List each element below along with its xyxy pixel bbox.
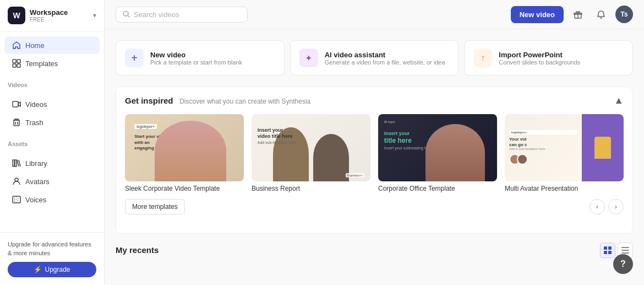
topbar: Search videos New video Ts	[105, 0, 644, 29]
search-icon	[123, 10, 130, 18]
template-thumb-multi: logolepur+ Your vidcan go c Add a sub-he…	[505, 114, 624, 181]
inspired-title-group: Get inspired Discover what you can creat…	[125, 96, 310, 105]
avatars-icon	[12, 177, 21, 186]
sidebar-item-videos[interactable]: Videos	[4, 95, 100, 113]
template-name-multi: Multi Avatar Presentation	[505, 185, 624, 192]
thumb-inner-1: logolepur+ Start your videowith anengagi…	[125, 114, 244, 181]
sidebar-bottom: Upgrade for advanced features & more min…	[0, 232, 104, 285]
grid-icon	[604, 246, 612, 254]
gift-icon-button[interactable]	[569, 6, 587, 23]
search-box[interactable]: Search videos	[116, 7, 248, 23]
qa-new-video-text: New video Pick a template or start from …	[150, 51, 242, 66]
notification-icon-button[interactable]	[592, 6, 610, 23]
upgrade-button[interactable]: ⚡ Upgrade	[8, 262, 96, 277]
svg-rect-19	[621, 252, 629, 254]
lightning-icon: ⚡	[34, 266, 42, 273]
collapse-button[interactable]: ▲	[614, 95, 624, 106]
svg-rect-4	[13, 101, 18, 107]
template-card-sleek[interactable]: logolepur+ Start your videowith anengagi…	[125, 114, 244, 192]
thumb-inner-2: Insert yourvideo title hereAdd sub-headl…	[252, 114, 370, 181]
t2-person2	[313, 134, 349, 181]
template-name-business: Business Report	[252, 185, 370, 192]
video-icon	[12, 100, 21, 109]
t4-logo: logolepur+	[509, 130, 577, 135]
qa-import-subtitle: Convert slides to backgrounds	[499, 59, 580, 66]
template-card-multi[interactable]: logolepur+ Your vidcan go c Add a sub-he…	[505, 114, 624, 192]
sidebar-voices-label: Voices	[25, 196, 46, 204]
svg-rect-6	[13, 160, 14, 166]
sidebar-avatars-label: Avatars	[25, 178, 50, 186]
inspired-title: Get inspired	[125, 96, 173, 105]
t4-sub: Add a sub-headline here	[509, 147, 577, 150]
help-button[interactable]: ?	[613, 254, 633, 274]
bell-icon	[597, 10, 605, 19]
t4-title: Your vidcan go c	[509, 137, 577, 147]
svg-rect-2	[13, 64, 16, 67]
svg-point-8	[15, 178, 18, 181]
more-templates-button[interactable]: More templates	[125, 199, 185, 214]
t4-left: logolepur+ Your vidcan go c Add a sub-he…	[505, 114, 582, 181]
sidebar-nav: Home Templates	[0, 31, 104, 77]
sidebar-item-library[interactable]: Library	[4, 154, 100, 172]
workspace-header[interactable]: W Workspace FREE ▾	[0, 0, 104, 31]
template-thumb-business: Insert yourvideo title hereAdd sub-headl…	[252, 114, 370, 181]
library-icon	[12, 159, 21, 168]
svg-rect-17	[621, 247, 629, 248]
prev-arrow-button[interactable]: ‹	[590, 199, 605, 214]
assets-section-label: Assets	[0, 136, 104, 149]
t2-people	[252, 114, 370, 181]
assets-nav: Library Avatars Voices	[0, 149, 104, 213]
user-avatar[interactable]: Ts	[615, 6, 633, 23]
workspace-plan: FREE	[30, 17, 89, 23]
quick-action-new-video[interactable]: + New video Pick a template or start fro…	[116, 40, 285, 76]
svg-rect-3	[17, 64, 20, 67]
sidebar-home-label: Home	[25, 41, 45, 50]
template-card-corporate[interactable]: ⊞ logor Insert yourtitle hereInsert your…	[378, 114, 497, 192]
workspace-chevron-icon: ▾	[93, 12, 96, 19]
qa-ai-subtitle: Generate a video from a file, website, o…	[325, 59, 445, 66]
grid-view-button[interactable]	[600, 243, 615, 258]
quick-action-import-ppt[interactable]: ↑ Import PowerPoint Convert slides to ba…	[464, 40, 633, 76]
recents-header: My recents	[116, 243, 633, 258]
template-name-sleek: Sleek Corporate Video Template	[125, 185, 244, 192]
home-icon	[12, 41, 21, 50]
qa-import-text: Import PowerPoint Convert slides to back…	[499, 51, 580, 66]
qa-new-video-title: New video	[150, 51, 242, 59]
import-ppt-qa-icon: ↑	[473, 49, 492, 67]
sidebar-item-avatars[interactable]: Avatars	[4, 173, 100, 190]
quick-action-ai-assistant[interactable]: ✦ AI video assistant Generate a video fr…	[290, 40, 459, 76]
qa-new-video-subtitle: Pick a template or start from blank	[150, 59, 242, 66]
sidebar-trash-label: Trash	[25, 119, 43, 127]
sidebar-item-voices[interactable]: Voices	[4, 191, 100, 208]
t4-av2	[517, 154, 528, 165]
thumb-inner-3: ⊞ logor Insert yourtitle hereInsert your…	[378, 114, 497, 181]
svg-rect-7	[15, 160, 17, 166]
main-content: Search videos New video Ts + New video P…	[105, 0, 644, 285]
empty-illustration	[350, 282, 399, 286]
videos-nav: Videos Trash	[0, 90, 104, 136]
sidebar-item-templates[interactable]: Templates	[4, 55, 100, 72]
layout-icon	[12, 59, 21, 68]
voices-icon	[12, 195, 21, 204]
next-arrow-button[interactable]: ›	[608, 199, 624, 214]
inspired-subtitle: Discover what you can create with Synthe…	[179, 98, 310, 105]
svg-rect-13	[604, 246, 607, 250]
t3-text: Insert yourtitle hereInsert your subhead…	[384, 131, 432, 150]
template-card-business[interactable]: Insert yourvideo title hereAdd sub-headl…	[252, 114, 370, 192]
new-video-button[interactable]: New video	[511, 6, 564, 23]
qa-import-title: Import PowerPoint	[499, 51, 580, 59]
gift-icon	[574, 10, 582, 19]
t3-person	[425, 124, 485, 181]
template-thumb-corporate: ⊞ logor Insert yourtitle hereInsert your…	[378, 114, 497, 181]
svg-rect-18	[621, 250, 629, 251]
new-video-qa-icon: +	[125, 49, 144, 67]
svg-rect-16	[608, 251, 612, 254]
t1-logo: logolepur+	[134, 124, 157, 129]
sidebar-item-trash[interactable]: Trash	[4, 114, 100, 131]
svg-rect-1	[17, 60, 20, 63]
t4-badge	[594, 137, 611, 159]
t1-person	[155, 121, 226, 181]
sidebar-videos-label: Videos	[25, 100, 47, 109]
sidebar: W Workspace FREE ▾ Home Templates Videos…	[0, 0, 105, 285]
sidebar-item-home[interactable]: Home	[4, 36, 100, 54]
